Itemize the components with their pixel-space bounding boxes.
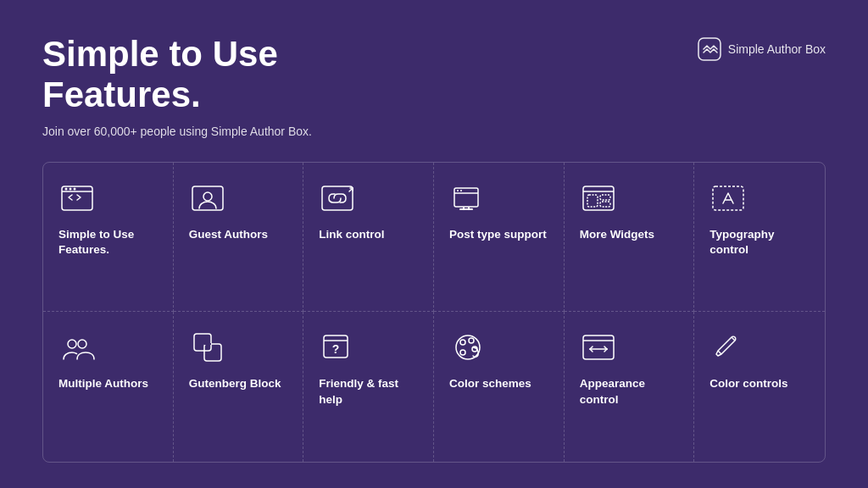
feature-cell-post-type: Post type support	[434, 163, 565, 313]
header-area: Simple to Use Features. Join over 60,000…	[42, 34, 826, 138]
svg-rect-19	[600, 195, 610, 200]
svg-rect-6	[192, 186, 223, 210]
svg-point-24	[78, 340, 86, 348]
svg-rect-18	[587, 195, 598, 207]
help-icon: ?	[319, 329, 356, 366]
typography-icon	[709, 180, 747, 217]
feature-cell-link-control: Link control	[303, 163, 434, 313]
features-grid: Simple to Use Features. Guest Authors	[42, 162, 826, 463]
svg-point-5	[74, 187, 76, 190]
svg-text:?: ?	[332, 342, 340, 356]
svg-rect-21	[713, 186, 743, 210]
svg-point-7	[203, 192, 212, 201]
feature-cell-friendly-help: ? Friendly & fast help	[303, 312, 434, 462]
feature-cell-gutenberg: Gutenberg Block	[174, 312, 304, 462]
feature-cell-more-widgets: More Widgets	[565, 163, 695, 313]
svg-point-4	[70, 187, 72, 190]
feature-cell-color-controls: Color controls	[694, 312, 825, 462]
feature-label: Simple to Use Features.	[58, 227, 158, 258]
svg-point-35	[460, 350, 465, 355]
window-icon	[449, 180, 487, 217]
feature-label: Color schemes	[449, 376, 548, 391]
feature-label: Friendly & fast help	[319, 376, 418, 407]
group-icon	[58, 329, 96, 366]
main-title: Simple to Use Features.	[42, 34, 312, 116]
palette-icon	[449, 329, 487, 366]
person-icon	[189, 180, 226, 217]
feature-cell-appearance: Appearance control	[565, 312, 695, 462]
title-area: Simple to Use Features. Join over 60,000…	[42, 34, 312, 138]
svg-rect-13	[459, 208, 473, 210]
feature-label: Color controls	[709, 376, 810, 391]
feature-label: Multiple Authors	[58, 376, 158, 391]
feature-cell-multiple-authors: Multiple Authors	[43, 312, 174, 462]
gutenberg-icon	[189, 329, 226, 366]
svg-point-33	[469, 338, 474, 343]
feature-label: Post type support	[449, 227, 548, 242]
svg-rect-25	[194, 334, 211, 351]
appearance-icon	[580, 329, 617, 366]
feature-label: Gutenberg Block	[189, 376, 288, 391]
link-icon	[319, 180, 356, 217]
svg-line-43	[732, 337, 735, 341]
svg-rect-20	[600, 202, 610, 207]
svg-point-3	[65, 187, 68, 190]
page-container: Simple to Use Features. Join over 60,000…	[0, 0, 868, 488]
svg-point-12	[460, 190, 462, 191]
feature-label: Link control	[319, 227, 418, 242]
feature-label: More Widgets	[580, 227, 679, 242]
brand-logo: Simple Author Box	[698, 37, 826, 61]
feature-label: Appearance control	[580, 376, 679, 407]
widget-icon	[580, 180, 617, 217]
svg-rect-15	[468, 207, 470, 210]
feature-label: Guest Authors	[189, 227, 288, 242]
svg-rect-36	[583, 336, 614, 359]
svg-point-32	[460, 340, 465, 345]
svg-point-11	[457, 190, 459, 191]
feature-label: Typography control	[709, 227, 810, 258]
svg-rect-26	[204, 344, 221, 361]
brand-icon	[698, 37, 721, 61]
svg-rect-14	[463, 207, 465, 210]
svg-rect-8	[322, 186, 353, 210]
svg-line-44	[718, 351, 721, 354]
feature-cell-guest-authors: Guest Authors	[174, 163, 304, 313]
feature-cell-simple-to-use: Simple to Use Features.	[43, 163, 174, 313]
svg-point-23	[68, 340, 76, 348]
feature-cell-color-schemes: Color schemes	[434, 312, 565, 462]
code-icon	[58, 180, 96, 217]
subtitle: Join over 60,000+ people using Simple Au…	[42, 125, 312, 138]
feature-cell-typography: Typography control	[694, 163, 825, 313]
pencil-icon	[709, 329, 747, 366]
